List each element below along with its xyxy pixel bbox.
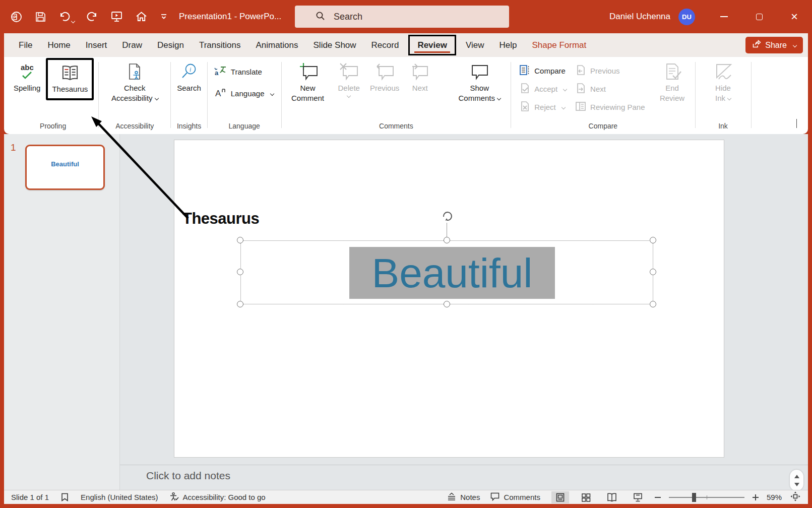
language-status[interactable]: English (United States) (81, 493, 158, 501)
reading-view-button[interactable] (603, 491, 621, 503)
close-button[interactable]: × (777, 0, 812, 33)
resize-handle-top-left[interactable] (237, 237, 243, 243)
undo-button[interactable] (58, 11, 75, 23)
tab-animations[interactable]: Animations (248, 35, 305, 55)
thesaurus-button[interactable]: Thesaurus (46, 58, 94, 100)
fit-slide-to-window-button[interactable] (790, 491, 801, 503)
resize-handle-bottom-left[interactable] (237, 301, 243, 307)
accept-button[interactable]: Accept (519, 82, 567, 96)
home-icon[interactable] (135, 11, 148, 23)
delete-comment-button[interactable]: Delete (335, 58, 363, 97)
reviewing-pane-button[interactable]: Reviewing Pane (575, 100, 645, 114)
tab-shape-format[interactable]: Shape Format (525, 35, 594, 55)
slide-thumbnail[interactable]: Beautiful (25, 145, 105, 190)
comments-toggle-button[interactable]: Comments (490, 492, 540, 502)
translate-label: Translate (231, 68, 262, 76)
zoom-slider[interactable] (669, 497, 744, 498)
thesaurus-label: Thesaurus (52, 84, 88, 94)
language-button[interactable]: A Language (214, 87, 274, 100)
group-divider (695, 62, 696, 128)
notes-separator[interactable] (120, 465, 808, 465)
user-name[interactable]: Daniel Uchenna (609, 12, 670, 22)
normal-view-button[interactable] (551, 491, 569, 503)
resize-handle-middle-left[interactable] (237, 269, 243, 275)
tab-review[interactable]: Review (408, 35, 456, 55)
zoom-out-button[interactable] (655, 497, 661, 498)
spelling-button[interactable]: abc Spelling (10, 58, 44, 93)
zoom-slider-center-tick (707, 495, 708, 499)
previous-comment-button[interactable]: Previous (366, 58, 403, 93)
slideshow-view-button[interactable] (629, 491, 647, 503)
editor-canvas[interactable]: Thesaurus Beautiful C (120, 134, 808, 490)
tab-file[interactable]: File (11, 35, 40, 55)
tab-record[interactable]: Record (364, 35, 407, 55)
tab-slide-show[interactable]: Slide Show (306, 35, 364, 55)
slide-number: 1 (11, 142, 16, 153)
resize-handle-bottom-right[interactable] (650, 301, 656, 307)
resize-handle-top-right[interactable] (650, 237, 656, 243)
tab-draw[interactable]: Draw (114, 35, 150, 55)
hide-ink-button[interactable]: Hide Ink (706, 58, 740, 103)
slide-title-text[interactable]: Beautiful (371, 252, 532, 294)
resize-handle-middle-right[interactable] (650, 269, 656, 275)
customize-toolbar-icon[interactable] (160, 13, 168, 20)
new-comment-button[interactable]: New Comment (284, 58, 332, 103)
spell-check-status-button[interactable] (60, 492, 70, 502)
save-icon[interactable] (35, 11, 46, 23)
maximize-button[interactable] (741, 0, 777, 33)
next-comment-button[interactable]: Next (406, 58, 434, 93)
chevron-down-icon (793, 43, 797, 47)
tab-design[interactable]: Design (150, 35, 192, 55)
tab-help[interactable]: Help (492, 35, 525, 55)
start-slideshow-icon[interactable] (110, 11, 123, 23)
title-bar: P Presentation1 - PowerPo... (0, 0, 812, 33)
collapse-ribbon-button[interactable] (796, 119, 797, 128)
accessibility-status-button[interactable]: Accessibility: Good to go (169, 492, 265, 503)
user-avatar[interactable]: DU (678, 9, 695, 25)
tab-insert[interactable]: Insert (78, 35, 115, 55)
scroll-up-icon[interactable] (794, 475, 799, 478)
check-accessibility-button[interactable]: Check Accessibility (101, 58, 168, 103)
ribbon-review: abc Spelling Thesaurus Proofing (4, 57, 808, 134)
scroll-down-icon[interactable] (794, 483, 799, 486)
minimize-button[interactable] (706, 0, 741, 33)
tab-view[interactable]: View (458, 35, 492, 55)
translate-button[interactable]: a Translate (214, 65, 274, 79)
notes-toggle-button[interactable]: Notes (447, 492, 480, 502)
redo-button[interactable] (87, 11, 98, 23)
compare-button[interactable]: Compare (519, 64, 567, 78)
rotation-handle[interactable] (441, 210, 454, 225)
slide-indicator[interactable]: Slide 1 of 1 (11, 493, 49, 501)
svg-text:a: a (215, 69, 219, 77)
resize-handle-bottom-center[interactable] (444, 301, 450, 307)
slide-thumbnail-panel[interactable]: 1 Beautiful (4, 134, 120, 490)
resize-handle-top-center[interactable] (444, 237, 450, 243)
powerpoint-logo-icon[interactable]: P (10, 11, 23, 23)
show-comments-button[interactable]: Show Comments (451, 58, 508, 103)
share-button[interactable]: Share (745, 37, 803, 53)
reject-label: Reject (534, 103, 556, 111)
smart-search-button[interactable]: i Search (173, 58, 205, 93)
zoom-in-button[interactable] (753, 494, 759, 500)
compare-next-button[interactable]: Next (575, 82, 645, 96)
tab-home[interactable]: Home (40, 35, 78, 55)
vertical-scrollbar[interactable] (790, 470, 803, 491)
selected-text-highlight[interactable]: Beautiful (349, 247, 555, 299)
slide-sorter-view-button[interactable] (577, 491, 595, 503)
compare-icon (519, 64, 531, 78)
search-box[interactable]: Search (295, 6, 509, 28)
group-divider (751, 62, 752, 128)
compare-previous-button[interactable]: Previous (575, 64, 645, 78)
zoom-slider-thumb[interactable] (692, 493, 696, 502)
svg-text:P: P (13, 15, 16, 20)
group-label-accessibility: Accessibility (101, 122, 168, 134)
reject-button[interactable]: Reject (519, 100, 567, 114)
previous-comment-icon (374, 61, 395, 83)
slide-canvas[interactable]: Thesaurus Beautiful (174, 140, 724, 458)
end-review-icon (662, 61, 683, 83)
tab-transitions[interactable]: Transitions (192, 35, 248, 55)
notes-placeholder[interactable]: Click to add notes (146, 470, 230, 482)
chevron-down-icon (71, 19, 75, 23)
end-review-button[interactable]: End Review (652, 58, 693, 103)
zoom-level[interactable]: 59% (767, 493, 782, 501)
